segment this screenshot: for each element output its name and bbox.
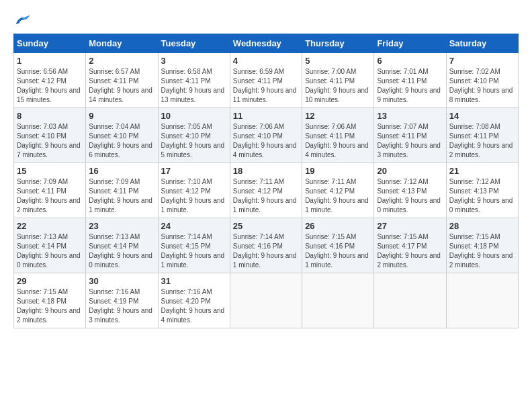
calendar-header-monday: Monday: [86, 34, 158, 53]
daylight-label: Daylight: 9 hours and 2 minutes.: [449, 252, 513, 269]
daylight-label: Daylight: 9 hours and 13 minutes.: [161, 87, 225, 103]
daylight-label: Daylight: 9 hours and 2 minutes.: [17, 197, 81, 214]
sunrise-label: Sunrise: 7:11 AM: [233, 178, 284, 185]
day-info: Sunrise: 7:09 AM Sunset: 4:11 PM Dayligh…: [89, 177, 154, 215]
sunrise-label: Sunrise: 7:14 AM: [161, 233, 212, 240]
sunset-label: Sunset: 4:10 PM: [89, 132, 138, 140]
day-number: 21: [449, 166, 515, 176]
logo-bird-icon: [15, 13, 31, 27]
daylight-label: Daylight: 9 hours and 1 minute.: [161, 197, 225, 214]
calendar-week-row: 29 Sunrise: 7:15 AM Sunset: 4:18 PM Dayl…: [14, 273, 519, 328]
daylight-label: Daylight: 9 hours and 4 minutes.: [233, 142, 297, 158]
calendar-week-row: 22 Sunrise: 7:13 AM Sunset: 4:14 PM Dayl…: [14, 218, 519, 273]
sunset-label: Sunset: 4:10 PM: [233, 132, 283, 140]
daylight-label: Daylight: 9 hours and 10 minutes.: [305, 87, 369, 103]
daylight-label: Daylight: 9 hours and 8 minutes.: [449, 87, 513, 103]
sunrise-label: Sunrise: 7:02 AM: [449, 68, 500, 75]
day-info: Sunrise: 7:15 AM Sunset: 4:18 PM Dayligh…: [17, 287, 83, 325]
sunset-label: Sunset: 4:13 PM: [377, 187, 427, 195]
daylight-label: Daylight: 9 hours and 4 minutes.: [305, 142, 369, 158]
day-number: 11: [233, 111, 299, 121]
day-number: 7: [449, 56, 515, 66]
sunrise-label: Sunrise: 7:15 AM: [17, 288, 68, 295]
day-number: 27: [377, 221, 443, 231]
daylight-label: Daylight: 9 hours and 14 minutes.: [89, 87, 152, 103]
day-info: Sunrise: 7:09 AM Sunset: 4:11 PM Dayligh…: [17, 177, 83, 215]
sunset-label: Sunset: 4:15 PM: [161, 242, 211, 250]
sunrise-label: Sunrise: 7:07 AM: [377, 123, 428, 130]
daylight-label: Daylight: 9 hours and 2 minutes.: [17, 307, 81, 324]
day-info: Sunrise: 7:08 AM Sunset: 4:11 PM Dayligh…: [449, 122, 515, 160]
calendar-cell: 28 Sunrise: 7:15 AM Sunset: 4:18 PM Dayl…: [446, 218, 518, 273]
day-number: 16: [89, 166, 154, 176]
day-info: Sunrise: 7:04 AM Sunset: 4:10 PM Dayligh…: [89, 122, 154, 160]
day-number: 24: [161, 221, 227, 231]
daylight-label: Daylight: 9 hours and 1 minute.: [89, 197, 152, 214]
day-info: Sunrise: 7:12 AM Sunset: 4:13 PM Dayligh…: [377, 177, 443, 215]
calendar-cell: 16 Sunrise: 7:09 AM Sunset: 4:11 PM Dayl…: [86, 163, 158, 218]
sunset-label: Sunset: 4:18 PM: [449, 242, 499, 250]
daylight-label: Daylight: 9 hours and 11 minutes.: [233, 87, 297, 103]
day-info: Sunrise: 7:14 AM Sunset: 4:15 PM Dayligh…: [161, 232, 227, 270]
calendar-cell: 21 Sunrise: 7:12 AM Sunset: 4:13 PM Dayl…: [446, 163, 518, 218]
calendar-cell: 30 Sunrise: 7:16 AM Sunset: 4:19 PM Dayl…: [86, 273, 158, 328]
day-number: 20: [377, 166, 443, 176]
daylight-label: Daylight: 9 hours and 0 minutes.: [17, 252, 81, 269]
day-info: Sunrise: 6:57 AM Sunset: 4:11 PM Dayligh…: [89, 67, 154, 105]
sunset-label: Sunset: 4:14 PM: [89, 242, 138, 250]
page-header: [13, 13, 519, 27]
sunrise-label: Sunrise: 6:58 AM: [161, 68, 212, 75]
sunrise-label: Sunrise: 7:16 AM: [161, 288, 212, 295]
logo: [13, 13, 31, 27]
day-info: Sunrise: 7:10 AM Sunset: 4:12 PM Dayligh…: [161, 177, 227, 215]
day-info: Sunrise: 7:12 AM Sunset: 4:13 PM Dayligh…: [449, 177, 515, 215]
calendar-cell: [374, 273, 446, 328]
calendar-week-row: 1 Sunrise: 6:56 AM Sunset: 4:12 PM Dayli…: [14, 53, 519, 108]
day-number: 13: [377, 111, 443, 121]
sunrise-label: Sunrise: 7:03 AM: [17, 123, 68, 130]
sunset-label: Sunset: 4:11 PM: [161, 77, 211, 85]
sunset-label: Sunset: 4:12 PM: [233, 187, 283, 195]
day-number: 29: [17, 276, 83, 286]
calendar-week-row: 8 Sunrise: 7:03 AM Sunset: 4:10 PM Dayli…: [14, 108, 519, 163]
day-info: Sunrise: 7:02 AM Sunset: 4:10 PM Dayligh…: [449, 67, 515, 105]
calendar-cell: 29 Sunrise: 7:15 AM Sunset: 4:18 PM Dayl…: [14, 273, 86, 328]
sunset-label: Sunset: 4:11 PM: [233, 77, 283, 85]
calendar-cell: 14 Sunrise: 7:08 AM Sunset: 4:11 PM Dayl…: [446, 108, 518, 163]
day-number: 1: [17, 56, 83, 66]
calendar-cell: 11 Sunrise: 7:06 AM Sunset: 4:10 PM Dayl…: [230, 108, 302, 163]
day-number: 12: [305, 111, 371, 121]
daylight-label: Daylight: 9 hours and 0 minutes.: [89, 252, 152, 269]
calendar-cell: [230, 273, 302, 328]
sunrise-label: Sunrise: 6:56 AM: [17, 68, 68, 75]
calendar-cell: 23 Sunrise: 7:13 AM Sunset: 4:14 PM Dayl…: [86, 218, 158, 273]
sunrise-label: Sunrise: 7:00 AM: [305, 68, 356, 75]
day-number: 31: [161, 276, 227, 286]
day-info: Sunrise: 7:11 AM Sunset: 4:12 PM Dayligh…: [305, 177, 371, 215]
day-info: Sunrise: 7:06 AM Sunset: 4:10 PM Dayligh…: [233, 122, 299, 160]
sunrise-label: Sunrise: 7:13 AM: [17, 233, 68, 240]
daylight-label: Daylight: 9 hours and 3 minutes.: [377, 142, 441, 158]
day-number: 28: [449, 221, 515, 231]
sunrise-label: Sunrise: 7:12 AM: [377, 178, 428, 185]
day-info: Sunrise: 7:15 AM Sunset: 4:17 PM Dayligh…: [377, 232, 443, 270]
sunrise-label: Sunrise: 7:13 AM: [89, 233, 140, 240]
sunrise-label: Sunrise: 7:06 AM: [233, 123, 284, 130]
day-info: Sunrise: 7:00 AM Sunset: 4:11 PM Dayligh…: [305, 67, 371, 105]
sunset-label: Sunset: 4:10 PM: [449, 77, 499, 85]
day-info: Sunrise: 7:13 AM Sunset: 4:14 PM Dayligh…: [89, 232, 154, 270]
day-info: Sunrise: 7:13 AM Sunset: 4:14 PM Dayligh…: [17, 232, 83, 270]
sunset-label: Sunset: 4:11 PM: [305, 77, 355, 85]
daylight-label: Daylight: 9 hours and 6 minutes.: [89, 142, 152, 158]
sunrise-label: Sunrise: 7:09 AM: [89, 178, 140, 185]
daylight-label: Daylight: 9 hours and 2 minutes.: [377, 252, 441, 269]
calendar-cell: 25 Sunrise: 7:14 AM Sunset: 4:16 PM Dayl…: [230, 218, 302, 273]
sunrise-label: Sunrise: 7:14 AM: [233, 233, 284, 240]
daylight-label: Daylight: 9 hours and 9 minutes.: [377, 87, 441, 103]
calendar-cell: 31 Sunrise: 7:16 AM Sunset: 4:20 PM Dayl…: [158, 273, 230, 328]
sunset-label: Sunset: 4:17 PM: [377, 242, 427, 250]
day-number: 25: [233, 221, 299, 231]
calendar-cell: [302, 273, 374, 328]
daylight-label: Daylight: 9 hours and 0 minutes.: [377, 197, 441, 214]
calendar-cell: 12 Sunrise: 7:06 AM Sunset: 4:11 PM Dayl…: [302, 108, 374, 163]
